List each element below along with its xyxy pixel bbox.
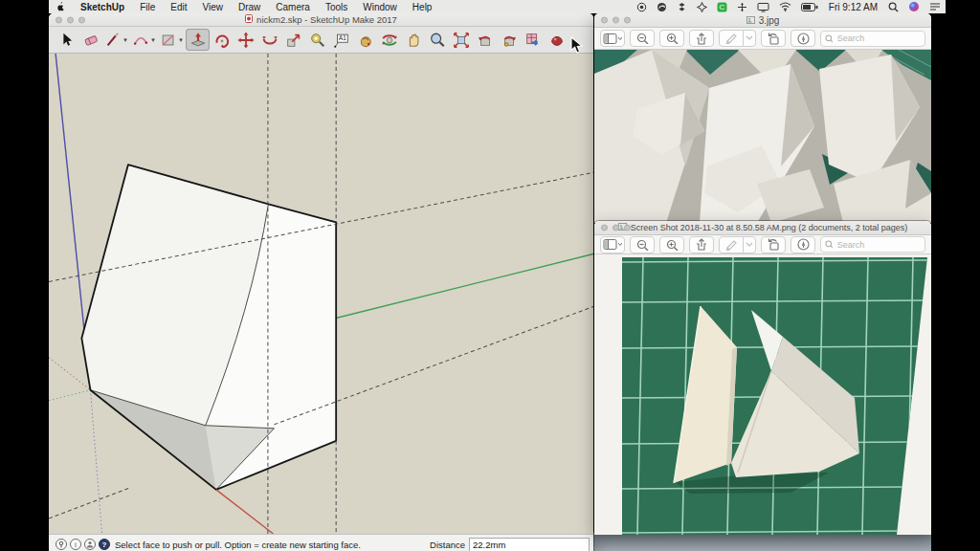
distance-input[interactable] bbox=[469, 538, 590, 551]
tool-eraser[interactable] bbox=[78, 29, 102, 51]
wifi-icon[interactable] bbox=[774, 2, 796, 11]
snap-icon[interactable] bbox=[732, 2, 752, 12]
zoom-button[interactable] bbox=[624, 225, 631, 231]
spotlight-icon[interactable] bbox=[883, 2, 903, 12]
dropbox-icon[interactable] bbox=[672, 2, 692, 12]
rotate-left-button[interactable] bbox=[761, 30, 786, 47]
search-input[interactable] bbox=[835, 239, 921, 251]
markup-pencil-chevron[interactable] bbox=[743, 236, 756, 253]
tool-zoom-extents[interactable] bbox=[449, 29, 473, 51]
tool-scale[interactable] bbox=[281, 29, 305, 51]
sketchup-window: nickm2.skp - SketchUp Make 2017 ▼ ▼ ▼ A1 bbox=[49, 13, 593, 551]
share-button[interactable] bbox=[689, 30, 714, 47]
zoom-in-button[interactable] bbox=[659, 30, 684, 47]
tool-orbit[interactable] bbox=[377, 29, 401, 51]
chevron-down-icon: ▼ bbox=[178, 37, 184, 43]
tool-previous-view[interactable] bbox=[473, 29, 497, 51]
paper-fins bbox=[594, 50, 931, 223]
tool-arc[interactable]: ▼ bbox=[130, 29, 158, 51]
tool-move[interactable] bbox=[234, 29, 257, 51]
tool-pan[interactable] bbox=[401, 29, 425, 51]
close-button[interactable] bbox=[601, 17, 608, 24]
markup-pencil-button[interactable] bbox=[719, 236, 744, 253]
tool-push-pull[interactable] bbox=[186, 29, 210, 51]
apple-menu-icon[interactable] bbox=[49, 1, 73, 13]
tool-zoom[interactable] bbox=[425, 29, 449, 51]
svg-text:C: C bbox=[719, 3, 724, 11]
menu-item-help[interactable]: Help bbox=[405, 2, 440, 12]
zoom-out-button[interactable] bbox=[630, 236, 655, 253]
tool-rotate[interactable] bbox=[257, 29, 281, 51]
menu-app-name[interactable]: SketchUp bbox=[73, 2, 132, 12]
minimize-button[interactable] bbox=[67, 16, 74, 23]
sketchup-viewport[interactable] bbox=[49, 54, 593, 534]
preview-bottom-title-bar[interactable]: Screen Shot 2018-11-30 at 8.50.58 AM.png… bbox=[594, 221, 931, 235]
sidebar-toggle-button[interactable] bbox=[600, 236, 625, 253]
chevron-down-icon: ▼ bbox=[150, 37, 156, 43]
menu-item-draw[interactable]: Draw bbox=[231, 2, 268, 12]
sketchup-title-bar[interactable]: nickm2.skp - SketchUp Make 2017 bbox=[49, 13, 593, 27]
record-icon[interactable] bbox=[632, 2, 652, 12]
tool-get-models[interactable] bbox=[521, 29, 545, 51]
search-field[interactable] bbox=[820, 31, 925, 47]
notification-list-icon[interactable] bbox=[924, 2, 946, 11]
traffic-lights bbox=[601, 225, 631, 231]
sketchup-doc-icon bbox=[245, 14, 253, 25]
zoom-out-button[interactable] bbox=[630, 30, 655, 47]
menu-clock[interactable]: Fri 9:12 AM bbox=[823, 2, 883, 12]
crosshair-icon[interactable] bbox=[692, 2, 712, 12]
share-button[interactable] bbox=[689, 236, 714, 253]
credits-icon[interactable]: i bbox=[70, 539, 81, 550]
menu-item-view[interactable]: View bbox=[194, 2, 231, 12]
preview-top-title-bar[interactable]: 3.jpg bbox=[594, 13, 931, 28]
zoom-button[interactable] bbox=[78, 16, 85, 23]
model-scene bbox=[49, 54, 593, 534]
preview-bottom-photo bbox=[594, 254, 931, 535]
markup-toolbar-button[interactable] bbox=[791, 30, 815, 47]
chevron-down-icon: ▼ bbox=[122, 37, 128, 43]
geolocate-icon[interactable] bbox=[56, 539, 67, 550]
menu-item-tools[interactable]: Tools bbox=[318, 2, 355, 12]
sketchup-status-bar: i ? Select face to push or pull. Option … bbox=[49, 534, 593, 551]
tool-tape-measure[interactable] bbox=[305, 29, 329, 51]
tool-rectangle[interactable]: ▼ bbox=[158, 29, 186, 51]
search-input[interactable] bbox=[835, 33, 921, 44]
siri-icon[interactable] bbox=[903, 1, 924, 12]
tool-follow-me[interactable] bbox=[210, 29, 234, 51]
markup-pencil-chevron[interactable] bbox=[743, 30, 756, 47]
sidebar-toggle-button[interactable] bbox=[600, 30, 625, 47]
green-c-icon[interactable]: C bbox=[712, 2, 732, 12]
menu-item-edit[interactable]: Edit bbox=[163, 2, 194, 12]
swirl-icon[interactable] bbox=[652, 2, 672, 12]
help-icon[interactable]: ? bbox=[99, 539, 110, 550]
sign-in-icon[interactable] bbox=[84, 539, 96, 550]
minimize-button[interactable] bbox=[612, 225, 619, 231]
sketchup-window-title: nickm2.skp - SketchUp Make 2017 bbox=[256, 14, 397, 25]
sketchup-toolbar: ▼ ▼ ▼ A1 bbox=[49, 27, 593, 54]
menu-item-camera[interactable]: Camera bbox=[268, 2, 318, 12]
tool-line[interactable]: ▼ bbox=[102, 29, 130, 51]
preview-top-toolbar bbox=[594, 28, 931, 50]
search-icon bbox=[825, 34, 833, 43]
tool-select[interactable] bbox=[55, 29, 78, 51]
tool-text[interactable]: A1 bbox=[329, 29, 353, 51]
rotate-left-button[interactable] bbox=[761, 236, 786, 253]
tool-next-view[interactable] bbox=[497, 29, 521, 51]
battery-icon[interactable] bbox=[796, 3, 823, 11]
search-field[interactable] bbox=[820, 236, 925, 253]
markup-pencil-group bbox=[719, 236, 756, 253]
markup-toolbar-button[interactable] bbox=[791, 236, 815, 253]
menu-item-file[interactable]: File bbox=[132, 2, 163, 12]
markup-pencil-button[interactable] bbox=[719, 30, 744, 47]
minimize-button[interactable] bbox=[612, 17, 619, 24]
zoom-in-button[interactable] bbox=[659, 236, 684, 253]
distance-label: Distance bbox=[430, 540, 465, 550]
menu-item-window[interactable]: Window bbox=[355, 2, 405, 12]
display-icon[interactable] bbox=[752, 2, 774, 12]
tool-paint-bucket[interactable] bbox=[353, 29, 377, 51]
close-button[interactable] bbox=[56, 16, 62, 23]
tool-send-model[interactable] bbox=[545, 29, 568, 51]
traffic-lights bbox=[601, 17, 631, 24]
close-button[interactable] bbox=[601, 225, 608, 231]
zoom-button[interactable] bbox=[624, 17, 631, 24]
